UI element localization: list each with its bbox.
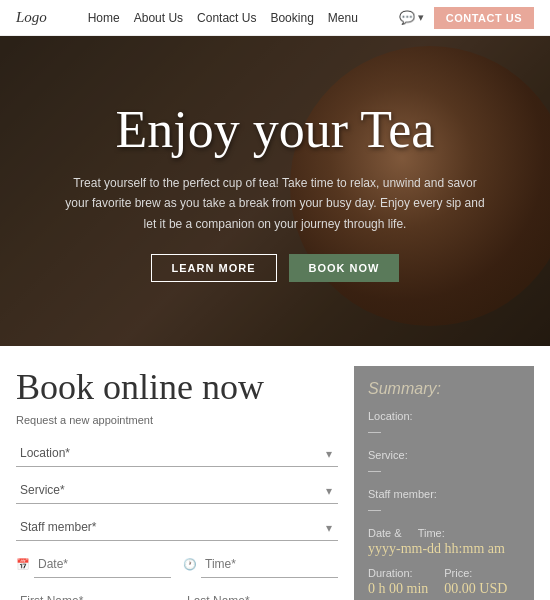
summary-service: Service: —	[368, 449, 520, 478]
clock-icon: 🕐	[183, 558, 197, 571]
hero-section: Enjoy your Tea Treat yourself to the per…	[0, 36, 550, 346]
name-row	[16, 588, 338, 600]
summary-staff: Staff member: —	[368, 488, 520, 517]
booking-subtitle: Request a new appointment	[16, 414, 338, 426]
learn-more-button[interactable]: LEARN MORE	[151, 254, 277, 282]
staff-select[interactable]: Staff member*	[16, 514, 338, 541]
hero-content: Enjoy your Tea Treat yourself to the per…	[25, 100, 525, 282]
navbar: Logo Home About Us Contact Us Booking Me…	[0, 0, 550, 36]
chat-icon[interactable]: 💬▾	[399, 10, 424, 25]
nav-menu[interactable]: Menu	[328, 11, 358, 25]
hero-title: Enjoy your Tea	[65, 100, 485, 159]
lastname-input[interactable]	[183, 588, 338, 600]
firstname-input[interactable]	[16, 588, 171, 600]
summary-location: Location: —	[368, 410, 520, 439]
booking-section: Book online now Request a new appointmen…	[0, 346, 550, 600]
booking-form: Book online now Request a new appointmen…	[16, 366, 338, 600]
summary-duration-value: 0 h 00 min	[368, 581, 428, 597]
summary-date-label: Date &	[368, 527, 402, 539]
summary-title: Summary:	[368, 380, 520, 398]
nav-right: 💬▾ CONTACT US	[399, 7, 534, 29]
book-now-button[interactable]: BOOK NOW	[289, 254, 400, 282]
summary-service-label: Service:	[368, 449, 520, 461]
calendar-icon: 📅	[16, 558, 30, 571]
date-time-row: 📅 🕐	[16, 551, 338, 588]
summary-staff-label: Staff member:	[368, 488, 520, 500]
booking-title: Book online now	[16, 366, 338, 408]
contact-us-button[interactable]: CONTACT US	[434, 7, 534, 29]
summary-price-label: Price:	[444, 567, 507, 579]
nav-about[interactable]: About Us	[134, 11, 183, 25]
summary-datetime-value: yyyy-mm-dd hh:mm am	[368, 541, 520, 557]
time-group: 🕐	[183, 551, 338, 578]
firstname-group	[16, 588, 171, 600]
nav-links: Home About Us Contact Us Booking Menu	[88, 11, 358, 25]
summary-price-value: 00.00 USD	[444, 581, 507, 597]
date-group: 📅	[16, 551, 171, 578]
summary-location-label: Location:	[368, 410, 520, 422]
logo: Logo	[16, 9, 47, 26]
date-input[interactable]	[34, 551, 171, 578]
summary-duration-price: Duration: 0 h 00 min Price: 00.00 USD	[368, 567, 520, 597]
summary-service-value: —	[368, 463, 520, 478]
nav-booking[interactable]: Booking	[270, 11, 313, 25]
staff-group: Staff member*	[16, 514, 338, 541]
nav-contact[interactable]: Contact Us	[197, 11, 256, 25]
nav-home[interactable]: Home	[88, 11, 120, 25]
summary-staff-value: —	[368, 502, 520, 517]
summary-datetime: Date & Time: yyyy-mm-dd hh:mm am	[368, 527, 520, 557]
service-group: Service*	[16, 477, 338, 504]
time-input[interactable]	[201, 551, 338, 578]
summary-time-label: Time:	[418, 527, 445, 539]
hero-subtitle: Treat yourself to the perfect cup of tea…	[65, 173, 485, 234]
location-group: Location*	[16, 440, 338, 467]
summary-location-value: —	[368, 424, 520, 439]
lastname-group	[183, 588, 338, 600]
hero-buttons: LEARN MORE BOOK NOW	[65, 254, 485, 282]
summary-panel: Summary: Location: — Service: — Staff me…	[354, 366, 534, 600]
location-select[interactable]: Location*	[16, 440, 338, 467]
service-select[interactable]: Service*	[16, 477, 338, 504]
summary-duration-label: Duration:	[368, 567, 428, 579]
